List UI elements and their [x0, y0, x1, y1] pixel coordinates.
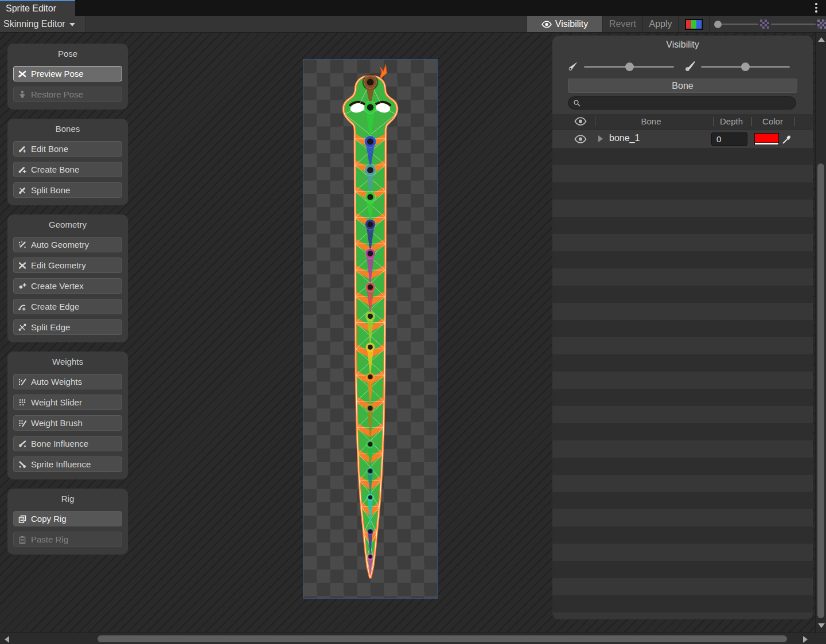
button-label: Create Vertex	[31, 281, 84, 291]
visibility-panel-title: Visibility	[552, 36, 813, 50]
chevron-down-icon	[69, 23, 75, 26]
color-channels-button[interactable]	[685, 19, 703, 30]
bone-list-row	[552, 337, 813, 354]
tab-sprite-editor[interactable]: Sprite Editor	[0, 0, 75, 16]
bone-influence-button[interactable]: Bone Influence	[13, 436, 122, 451]
sprite-influence-icon	[18, 460, 27, 469]
auto-geometry-button[interactable]: Auto Geometry	[13, 237, 122, 252]
scroll-down-icon[interactable]	[818, 623, 825, 628]
rig-paste-icon	[18, 535, 27, 544]
bone-list-row	[552, 458, 813, 475]
bone-list-row	[552, 595, 813, 612]
bone-filled-icon	[568, 60, 579, 72]
edit-bone-button[interactable]: Edit Bone	[13, 141, 122, 157]
split-edge-button[interactable]: Split Edge	[13, 319, 122, 335]
bone-list-row	[552, 234, 813, 251]
button-label: Sprite Influence	[31, 459, 91, 469]
bone-tab[interactable]: Bone	[568, 79, 797, 93]
panel-rig: RigCopy RigPaste Rig	[7, 489, 128, 555]
bone-opacity-knob[interactable]	[625, 63, 634, 71]
apply-button[interactable]: Apply	[642, 16, 678, 32]
weight-slider-button[interactable]: Weight Slider	[13, 395, 122, 410]
button-label: Edit Bone	[31, 144, 68, 154]
depth-field[interactable]: 0	[711, 132, 747, 146]
horizontal-scrollbar[interactable]	[0, 633, 826, 644]
button-label: Split Edge	[31, 322, 70, 332]
horizontal-scroll-thumb[interactable]	[98, 635, 787, 642]
header-eye-icon[interactable]	[574, 117, 587, 127]
swatch-cell	[678, 16, 709, 32]
bone-create-icon	[18, 165, 27, 174]
bone-list-row	[552, 268, 813, 286]
button-label: Auto Geometry	[31, 240, 89, 249]
visibility-toggle-button[interactable]: Visibility	[527, 16, 602, 32]
create-vertex-button[interactable]: Create Vertex	[13, 278, 122, 294]
sprite-editor-window: Sprite Editor Skinning Editor Visibility…	[0, 0, 826, 644]
rig-copy-icon	[18, 514, 27, 524]
bone-color-swatch[interactable]	[754, 133, 779, 145]
button-label: Create Bone	[31, 165, 79, 174]
button-label: Copy Rig	[31, 514, 67, 524]
panel-title: Rig	[13, 494, 122, 504]
bone-visibility-eye-icon[interactable]	[574, 135, 587, 146]
sprite-influence-button[interactable]: Sprite Influence	[13, 456, 122, 472]
create-edge-button[interactable]: Create Edge	[13, 299, 122, 314]
preview-pose-button[interactable]: Preview Pose	[13, 66, 122, 81]
edge-split-icon	[18, 323, 27, 332]
vertical-scrollbar[interactable]	[815, 33, 826, 633]
panel-title: Bones	[13, 124, 122, 134]
button-label: Restore Pose	[31, 89, 83, 99]
bone-list-row	[552, 492, 813, 509]
revert-button[interactable]: Revert	[602, 16, 642, 32]
panel-title: Geometry	[13, 220, 122, 229]
create-bone-button[interactable]: Create Bone	[13, 162, 122, 177]
skinning-editor-dropdown[interactable]: Skinning Editor	[0, 16, 86, 32]
button-label: Edit Geometry	[31, 260, 86, 270]
opacity-sliders	[709, 16, 826, 32]
scroll-left-icon[interactable]	[5, 636, 9, 643]
weight-brush-button[interactable]: Weight Brush	[13, 415, 122, 431]
bone-search-input[interactable]	[584, 97, 796, 109]
header-depth: Depth	[715, 116, 748, 126]
bone-search[interactable]	[568, 96, 796, 110]
split-bone-button[interactable]: Split Bone	[13, 182, 122, 198]
bone-list-stripes	[552, 148, 813, 619]
expand-arrow-icon[interactable]	[598, 135, 603, 142]
sprite-opacity-track[interactable]	[722, 24, 758, 25]
sprite-opacity-knob[interactable]	[714, 21, 722, 28]
bone-list-row	[552, 303, 813, 320]
paste-rig-button[interactable]: Paste Rig	[13, 532, 122, 547]
visibility-label: Visibility	[555, 19, 589, 29]
kebab-menu-icon[interactable]	[812, 3, 820, 13]
button-label: Bone Influence	[31, 439, 88, 448]
bone-list-row	[552, 217, 813, 234]
restore-pose-button[interactable]: Restore Pose	[13, 87, 122, 102]
scroll-right-icon[interactable]	[803, 636, 808, 643]
copy-rig-button[interactable]: Copy Rig	[13, 511, 122, 526]
bone-list-row	[552, 251, 813, 268]
weights-opacity-track[interactable]	[771, 24, 816, 25]
vertex-create-icon	[18, 282, 27, 291]
bone-list-row	[552, 475, 813, 492]
vertical-scroll-thumb[interactable]	[817, 163, 824, 618]
tab-bar: Sprite Editor	[0, 0, 826, 16]
header-color: Color	[753, 116, 792, 126]
bone-row: bone_1 0	[552, 130, 813, 148]
visibility-panel: Visibility Bone Bone Depth Color	[552, 36, 813, 619]
edit-geometry-button[interactable]: Edit Geometry	[13, 257, 122, 273]
bone-list-row	[552, 148, 813, 165]
bone-list-row	[552, 372, 813, 389]
bone-list-row	[552, 561, 813, 578]
bone-list-row	[552, 165, 813, 182]
edge-create-icon	[18, 302, 27, 311]
sprite-canvas[interactable]	[303, 59, 438, 599]
panel-pose: PosePreview PoseRestore Pose	[7, 44, 128, 110]
weight-slider-icon	[18, 398, 27, 407]
eyedropper-icon[interactable]	[781, 133, 793, 145]
panel-bones: BonesEdit BoneCreate BoneSplit Bone	[7, 119, 128, 205]
auto-weights-button[interactable]: Auto Weights	[13, 374, 122, 389]
bone-list-row	[552, 200, 813, 217]
scroll-up-icon[interactable]	[818, 37, 825, 42]
header-bone: Bone	[615, 116, 687, 126]
mesh-opacity-knob[interactable]	[741, 63, 750, 71]
